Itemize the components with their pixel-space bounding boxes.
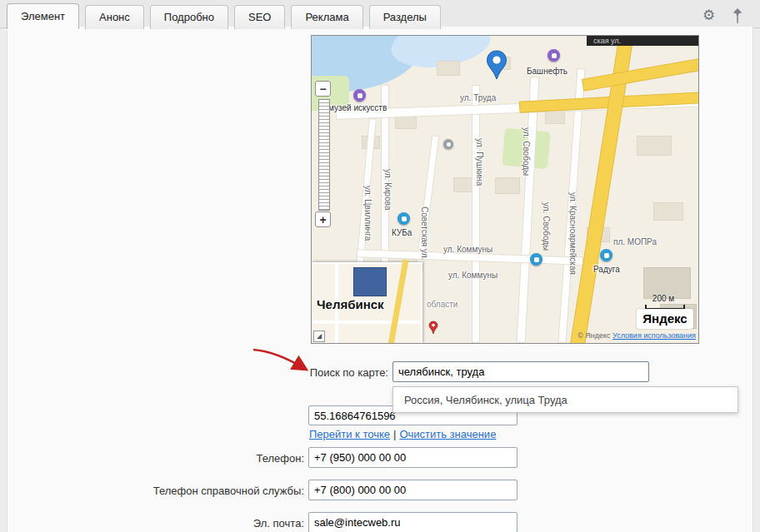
tab-element[interactable]: Элемент [7,3,79,29]
shopping-icon[interactable] [530,253,542,266]
coordinate-links: Перейти к точке|Очистить значение [309,428,496,440]
street-label: ул. Коммуны [448,271,498,280]
tab-reklama[interactable]: Реклама [291,5,362,29]
tab-podrobno[interactable]: Подробно [150,5,228,29]
yandex-map[interactable]: ская ул. ул. Труда ул. Пушкина ул. Свобо… [311,35,699,344]
copyright-text: © Яндекс [578,331,610,340]
map-road [472,86,479,342]
street-label: области [427,301,458,309]
street-label: ская ул. [593,37,621,45]
poi-label: Радуга [593,266,620,274]
minimap-road [312,321,421,324]
phone-input[interactable] [308,447,518,468]
map-road [518,77,539,342]
street-label: ул. Коммуны [443,246,492,254]
map-search-input[interactable] [392,361,649,382]
shopping-icon[interactable] [398,212,410,225]
map-building [653,202,683,221]
minimap-expand-icon[interactable]: ◢ [313,331,325,342]
tab-seo[interactable]: SEO [234,5,285,29]
poi-label: музей искусств [328,104,387,112]
support-phone-label: Телефон справочной службы: [115,485,304,498]
zoom-slider[interactable] [318,99,330,211]
street-label: пл. МОПРа [613,238,657,246]
map-red-pin-icon[interactable] [428,321,438,339]
map-building [395,115,417,129]
map-building [637,136,672,156]
street-label: ул. Кирова [383,169,392,210]
zoom-in-button[interactable]: + [315,211,331,227]
street-label: ул. Свободы [542,202,550,251]
street-label: ул. Цвиллинга [363,186,372,241]
links-separator: | [393,428,396,440]
phone-label: Телефон: [167,452,304,465]
map-building [437,61,460,76]
zoom-out-button[interactable]: − [315,81,331,97]
map-placemark-icon[interactable] [485,49,508,87]
minimap-city-label: Челябинск [317,297,384,311]
clear-value-link[interactable]: Очистить значение [399,428,496,440]
street-label: ул. Труда [460,94,496,102]
map-copyright: © Яндекс Условия использования [524,331,696,340]
map-road-major [582,59,699,91]
support-phone-input[interactable] [308,480,518,500]
search-suggestion-item[interactable]: Россия, Челябинск, улица Труда [392,386,738,413]
settings-gear-icon[interactable]: ⚙ [702,7,715,24]
street-label: ул. Пушкина [475,138,483,186]
tab-razdely[interactable]: Разделы [369,5,441,29]
map-building [495,177,520,194]
minimap[interactable]: Челябинск ◢ [312,262,422,344]
tab-anons[interactable]: Анонс [85,5,144,29]
search-label: Поиск по карте: [250,366,388,380]
map-building [545,111,565,124]
tabs: Элемент Анонс Подробно SEO Реклама Разде… [7,3,441,29]
terms-link[interactable]: Условия использования [612,331,696,340]
minimap-road [388,259,409,344]
street-label: ул. Красноармейская [568,192,577,275]
poi-label: Башнефть [527,67,568,76]
map-scale-label: 200 м [643,294,683,303]
goto-point-link[interactable]: Перейти к точке [309,428,390,440]
map-dark-building-strip: ская ул. [587,36,698,46]
shopping-icon[interactable] [600,249,612,261]
email-label: Эл. почта: [167,517,304,530]
fuel-station-icon[interactable] [548,49,560,62]
street-label: ул. Свободы [522,127,530,176]
poi-label: КУБа [392,229,412,237]
landmark-icon[interactable] [443,139,453,149]
email-input[interactable] [308,512,518,532]
street-label: Советская ул. [420,206,428,260]
page: Элемент Анонс Подробно SEO Реклама Разде… [0,0,760,532]
museum-icon[interactable] [353,89,366,102]
pin-icon[interactable] [730,7,745,27]
yandex-logo[interactable]: Яндекс [637,309,693,329]
minimap-viewport[interactable] [353,267,387,296]
